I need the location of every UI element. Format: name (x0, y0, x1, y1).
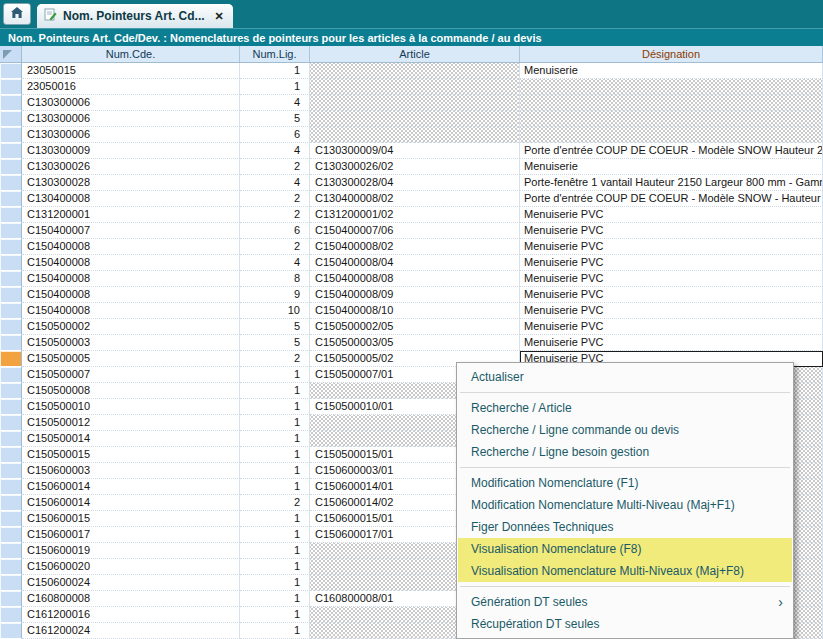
cell-designation[interactable]: Menuiserie PVC (520, 207, 823, 223)
cell-article[interactable]: C150400008/02 (310, 239, 520, 255)
cell-article[interactable]: C130300009/04 (310, 143, 520, 159)
cell-designation[interactable] (520, 111, 823, 127)
cell-num-lig[interactable]: 4 (240, 175, 310, 191)
column-header-num-lig[interactable]: Num.Lig. (240, 46, 310, 62)
cell-num-lig[interactable]: 6 (240, 127, 310, 143)
cell-num-lig[interactable]: 2 (240, 351, 310, 367)
cell-article[interactable]: C150500002/05 (310, 319, 520, 335)
cell-num-cde[interactable]: C150600015 (22, 511, 240, 527)
cell-num-cde[interactable]: C130300006 (22, 127, 240, 143)
cell-num-lig[interactable]: 1 (240, 527, 310, 543)
cell-num-cde[interactable]: C150600024 (22, 575, 240, 591)
cell-article[interactable] (310, 127, 520, 143)
cell-num-lig[interactable]: 1 (240, 399, 310, 415)
menu-item[interactable]: Actualiser (458, 366, 792, 388)
cell-num-cde[interactable]: C150500005 (22, 351, 240, 367)
row-selector[interactable] (0, 255, 22, 271)
column-header-num-cde[interactable]: Num.Cde. (22, 46, 240, 62)
cell-num-cde[interactable]: C150400008 (22, 287, 240, 303)
cell-article[interactable]: C130400008/02 (310, 191, 520, 207)
select-all-corner[interactable] (0, 46, 22, 62)
cell-num-lig[interactable]: 5 (240, 319, 310, 335)
row-selector[interactable] (0, 447, 22, 463)
cell-article[interactable]: C150400008/04 (310, 255, 520, 271)
cell-num-lig[interactable]: 1 (240, 511, 310, 527)
row-selector[interactable] (0, 319, 22, 335)
cell-num-cde[interactable]: C131200001 (22, 207, 240, 223)
cell-article[interactable] (310, 111, 520, 127)
cell-num-cde[interactable]: C150500015 (22, 447, 240, 463)
menu-item[interactable]: Modification Nomenclature (F1) (458, 472, 792, 494)
menu-item[interactable]: Génération DT seules › (458, 591, 792, 613)
column-header-article[interactable]: Article (310, 46, 520, 62)
row-selector[interactable] (0, 127, 22, 143)
row-selector[interactable] (0, 511, 22, 527)
cell-designation[interactable]: Porte-fenêtre 1 vantail Hauteur 2150 Lar… (520, 175, 823, 191)
cell-num-cde[interactable]: C150400007 (22, 223, 240, 239)
cell-num-cde[interactable]: C130300009 (22, 143, 240, 159)
tab-close-icon[interactable]: ✕ (215, 10, 224, 23)
row-selector[interactable] (0, 95, 22, 111)
cell-num-lig[interactable]: 2 (240, 495, 310, 511)
cell-designation[interactable]: Porte d'entrée COUP DE COEUR - Modèle SN… (520, 143, 823, 159)
cell-designation[interactable] (520, 79, 823, 95)
row-selector[interactable] (0, 415, 22, 431)
cell-num-cde[interactable]: C130300006 (22, 95, 240, 111)
cell-num-lig[interactable]: 8 (240, 271, 310, 287)
cell-article[interactable]: C130300026/02 (310, 159, 520, 175)
cell-designation[interactable]: Menuiserie PVC (520, 271, 823, 287)
cell-num-lig[interactable]: 1 (240, 79, 310, 95)
cell-num-cde[interactable]: C150500003 (22, 335, 240, 351)
cell-num-lig[interactable]: 4 (240, 143, 310, 159)
row-selector[interactable] (0, 335, 22, 351)
row-selector[interactable] (0, 623, 22, 639)
cell-num-lig[interactable]: 1 (240, 607, 310, 623)
cell-num-cde[interactable]: C150600014 (22, 495, 240, 511)
row-selector[interactable] (0, 495, 22, 511)
cell-num-lig[interactable]: 6 (240, 223, 310, 239)
row-selector[interactable] (0, 159, 22, 175)
cell-num-cde[interactable]: C150500007 (22, 367, 240, 383)
row-selector[interactable] (0, 287, 22, 303)
cell-num-lig[interactable]: 2 (240, 207, 310, 223)
row-selector[interactable] (0, 527, 22, 543)
row-selector[interactable] (0, 383, 22, 399)
cell-num-cde[interactable]: C150400008 (22, 255, 240, 271)
cell-article[interactable]: C150500003/05 (310, 335, 520, 351)
menu-item[interactable]: Recherche / Ligne commande ou devis (458, 419, 792, 441)
row-selector[interactable] (0, 143, 22, 159)
cell-num-cde[interactable]: C160800008 (22, 591, 240, 607)
cell-num-cde[interactable]: C150400008 (22, 271, 240, 287)
cell-num-lig[interactable]: 1 (240, 623, 310, 639)
row-selector[interactable] (0, 479, 22, 495)
cell-num-lig[interactable]: 1 (240, 383, 310, 399)
cell-num-cde[interactable]: 23050015 (22, 63, 240, 79)
row-selector[interactable] (0, 63, 22, 79)
cell-num-cde[interactable]: C150500008 (22, 383, 240, 399)
cell-num-lig[interactable]: 1 (240, 415, 310, 431)
cell-article[interactable]: C150400007/06 (310, 223, 520, 239)
cell-num-lig[interactable]: 2 (240, 159, 310, 175)
cell-num-cde[interactable]: C130400008 (22, 191, 240, 207)
cell-num-cde[interactable]: C130300006 (22, 111, 240, 127)
cell-num-cde[interactable]: C130300026 (22, 159, 240, 175)
cell-num-cde[interactable]: C161200016 (22, 607, 240, 623)
menu-item[interactable]: Récupération DT seules (458, 613, 792, 635)
row-selector[interactable] (0, 175, 22, 191)
cell-designation[interactable] (520, 127, 823, 143)
row-selector[interactable] (0, 367, 22, 383)
cell-article[interactable]: C150400008/08 (310, 271, 520, 287)
cell-num-lig[interactable]: 1 (240, 479, 310, 495)
cell-num-lig[interactable]: 1 (240, 63, 310, 79)
cell-num-cde[interactable]: C150400008 (22, 303, 240, 319)
cell-num-cde[interactable]: C150600014 (22, 479, 240, 495)
cell-num-cde[interactable]: C150500012 (22, 415, 240, 431)
cell-num-cde[interactable]: C150400008 (22, 239, 240, 255)
cell-num-cde[interactable]: C150500010 (22, 399, 240, 415)
column-header-designation[interactable]: Désignation (520, 46, 823, 62)
cell-num-lig[interactable]: 1 (240, 559, 310, 575)
cell-designation[interactable]: Porte d'entrée COUP DE COEUR - Modèle SN… (520, 191, 823, 207)
home-button[interactable] (3, 3, 31, 25)
row-selector[interactable] (0, 223, 22, 239)
menu-item[interactable]: Visualisation Nomenclature Multi-Niveaux… (458, 560, 792, 582)
